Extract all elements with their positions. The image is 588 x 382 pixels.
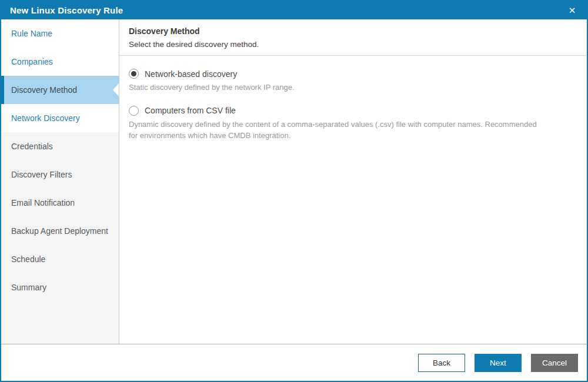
window-title: New Linux Discovery Rule: [10, 5, 564, 15]
computers-from-csv-row[interactable]: Computers from CSV file: [129, 106, 575, 116]
network-based-discovery-row[interactable]: Network-based discovery: [129, 69, 575, 79]
sidebar-item-discovery-filters: Discovery Filters: [1, 160, 119, 189]
close-icon[interactable]: ✕: [564, 3, 580, 18]
sidebar-item-companies[interactable]: Companies: [1, 48, 119, 76]
option-network-based-discovery: Network-based discovery Static discovery…: [129, 69, 575, 93]
sidebar-item-backup-agent-deployment: Backup Agent Deployment: [1, 217, 119, 245]
sidebar-item-schedule: Schedule: [1, 245, 119, 273]
radio-computers-from-csv[interactable]: [129, 106, 139, 116]
main-area: Rule Name Companies Discovery Method Net…: [1, 19, 587, 344]
discovery-method-options: Network-based discovery Static discovery…: [119, 56, 587, 154]
network-based-discovery-label[interactable]: Network-based discovery: [145, 69, 237, 79]
option-computers-from-csv: Computers from CSV file Dynamic discover…: [129, 106, 575, 142]
back-button[interactable]: Back: [418, 354, 465, 372]
step-header: Discovery Method Select the desired disc…: [119, 19, 587, 56]
sidebar-item-network-discovery[interactable]: Network Discovery: [1, 104, 119, 132]
title-bar: New Linux Discovery Rule ✕: [1, 1, 587, 19]
computers-from-csv-label[interactable]: Computers from CSV file: [145, 106, 236, 115]
step-content: Discovery Method Select the desired disc…: [119, 19, 587, 344]
sidebar-item-credentials: Credentials: [1, 132, 119, 160]
wizard-steps-sidebar: Rule Name Companies Discovery Method Net…: [1, 19, 119, 344]
wizard-footer: Back Next Cancel: [1, 344, 587, 381]
step-title: Discovery Method: [129, 26, 577, 36]
computers-from-csv-description: Dynamic discovery defined by the content…: [129, 119, 540, 142]
sidebar-filler: [1, 301, 119, 344]
wizard-dialog: New Linux Discovery Rule ✕ Rule Name Com…: [0, 0, 588, 382]
sidebar-item-summary: Summary: [1, 273, 119, 301]
sidebar-item-rule-name[interactable]: Rule Name: [1, 19, 119, 48]
step-subtitle: Select the desired discovery method.: [129, 40, 577, 49]
cancel-button[interactable]: Cancel: [531, 354, 578, 372]
radio-network-based-discovery[interactable]: [129, 69, 139, 79]
sidebar-item-discovery-method[interactable]: Discovery Method: [1, 76, 119, 104]
network-based-discovery-description: Static discovery defined by the network …: [129, 82, 540, 93]
sidebar-item-email-notification: Email Notification: [1, 189, 119, 217]
next-button[interactable]: Next: [475, 354, 522, 372]
